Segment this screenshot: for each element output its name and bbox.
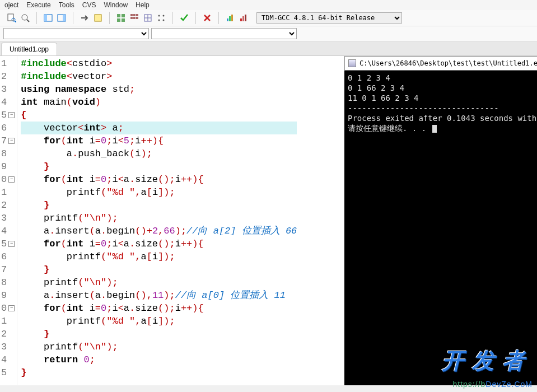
bookmark-icon[interactable] — [92, 12, 104, 24]
code-line[interactable]: printf("\n"); — [21, 276, 297, 289]
tab-bar: Untitled1.cpp — [0, 41, 537, 56]
code-editor[interactable]: 12345−67−890−12345−67890−12345 #include<… — [0, 56, 344, 385]
fold-toggle-icon[interactable]: − — [8, 305, 15, 311]
compiler-select[interactable]: TDM-GCC 4.8.1 64-bit Release — [256, 12, 402, 24]
svg-rect-19 — [136, 17, 138, 19]
fold-toggle-icon[interactable]: − — [8, 112, 15, 118]
code-line[interactable]: } — [21, 160, 297, 173]
grid-4-icon[interactable] — [142, 12, 154, 24]
svg-rect-6 — [44, 15, 47, 21]
tab-untitled1[interactable]: Untitled1.cpp — [1, 43, 57, 55]
code-line[interactable]: printf("\n"); — [21, 212, 297, 225]
svg-rect-29 — [231, 15, 233, 21]
svg-point-24 — [163, 15, 165, 17]
output-console: C:\Users\26846\Desktop\test\test\Untitle… — [344, 56, 537, 385]
menubar: oject Execute Tools CVS Window Help — [0, 0, 537, 10]
workspace: 12345−67−890−12345−67890−12345 #include<… — [0, 56, 537, 385]
svg-rect-28 — [229, 16, 231, 21]
console-body[interactable]: 0 1 2 3 40 1 66 2 3 411 0 1 66 2 3 4----… — [344, 71, 537, 136]
svg-rect-13 — [122, 18, 125, 22]
code-line[interactable]: for(int i=0;i<a.size();i++){ — [21, 302, 297, 315]
code-line[interactable]: for(int i=0;i<a.size();i++){ — [21, 237, 297, 250]
grid-3x3-icon[interactable] — [128, 12, 141, 24]
svg-point-26 — [163, 20, 165, 21]
code-line[interactable]: { — [21, 109, 297, 122]
code-line[interactable]: printf("\n"); — [21, 340, 297, 353]
svg-rect-11 — [122, 14, 125, 17]
goto-icon[interactable] — [78, 12, 91, 24]
cross-icon[interactable] — [201, 12, 213, 24]
code-area[interactable]: #include<cstdio>#include<vector>using na… — [17, 56, 300, 385]
panel-left-icon[interactable] — [42, 12, 54, 24]
svg-rect-16 — [136, 14, 138, 16]
menu-tools[interactable]: Tools — [59, 1, 74, 9]
code-line[interactable]: vector<int> a; — [21, 122, 297, 134]
grid-dots-icon[interactable] — [155, 12, 167, 24]
fold-toggle-icon[interactable]: − — [8, 176, 15, 183]
code-line[interactable]: #include<cstdio> — [21, 57, 297, 70]
chart-red-icon[interactable] — [237, 12, 250, 24]
menu-project[interactable]: oject — [4, 1, 18, 9]
cursor-icon — [432, 125, 437, 133]
svg-rect-17 — [130, 17, 133, 19]
svg-rect-31 — [242, 16, 244, 21]
svg-rect-30 — [240, 18, 242, 21]
zoom-icon[interactable] — [19, 12, 31, 24]
code-line[interactable]: printf("%d ",a[i]); — [21, 250, 297, 263]
svg-line-2 — [15, 21, 16, 22]
console-line: 0 1 66 2 3 4 — [348, 83, 537, 93]
fold-toggle-icon[interactable]: − — [8, 138, 15, 144]
console-title-text: C:\Users\26846\Desktop\test\test\Untitle… — [359, 58, 537, 68]
svg-rect-14 — [130, 14, 133, 16]
svg-rect-8 — [63, 15, 66, 21]
file-search-icon[interactable] — [6, 12, 18, 24]
code-line[interactable]: printf("%d ",a[i]); — [21, 186, 297, 199]
code-line[interactable]: } — [21, 328, 297, 340]
class-select[interactable] — [3, 28, 149, 39]
console-titlebar[interactable]: C:\Users\26846\Desktop\test\test\Untitle… — [344, 56, 537, 71]
code-line[interactable]: } — [21, 199, 297, 212]
svg-rect-32 — [245, 15, 246, 21]
code-line[interactable]: int main(void) — [21, 96, 297, 109]
menu-execute[interactable]: Execute — [26, 1, 50, 9]
console-line: -------------------------------- — [348, 103, 537, 113]
code-line[interactable]: for(int i=0;i<a.size();i++){ — [21, 173, 297, 186]
svg-point-25 — [158, 20, 160, 21]
svg-point-3 — [22, 15, 27, 20]
svg-rect-12 — [117, 18, 120, 22]
menu-help[interactable]: Help — [136, 1, 150, 9]
chart-icon[interactable] — [224, 12, 236, 24]
code-line[interactable]: } — [21, 263, 297, 276]
code-line[interactable]: using namespace std; — [21, 83, 297, 96]
grid-2x2-icon[interactable] — [115, 12, 127, 24]
code-line[interactable]: printf("%d ",a[i]); — [21, 315, 297, 328]
member-select[interactable] — [151, 28, 297, 39]
svg-rect-27 — [227, 18, 228, 21]
console-line: 11 0 1 66 2 3 4 — [348, 93, 537, 103]
code-line[interactable]: a.insert(a.begin(),11);//向 a[0] 位置插入 11 — [21, 289, 297, 302]
fold-toggle-icon[interactable]: − — [8, 241, 15, 247]
menu-window[interactable]: Window — [104, 1, 128, 9]
console-app-icon — [348, 59, 356, 67]
svg-rect-10 — [117, 14, 120, 17]
menu-cvs[interactable]: CVS — [82, 1, 96, 9]
svg-rect-18 — [133, 17, 136, 19]
secondary-toolbar — [0, 26, 537, 41]
code-line[interactable]: a.push_back(i); — [21, 147, 297, 160]
svg-point-23 — [158, 15, 160, 17]
svg-rect-15 — [133, 14, 136, 16]
code-line[interactable]: for(int i=0;i<5;i++){ — [21, 134, 297, 147]
svg-rect-0 — [8, 14, 13, 21]
svg-line-4 — [27, 20, 29, 22]
panel-right-icon[interactable] — [55, 12, 68, 24]
svg-rect-9 — [95, 15, 101, 21]
console-line: 0 1 2 3 4 — [348, 73, 537, 83]
console-line: 请按任意键继续. . . — [348, 123, 537, 133]
code-line[interactable]: a.insert(a.begin()+2,66);//向 a[2] 位置插入 6… — [21, 225, 297, 237]
line-gutter: 12345−67−890−12345−67890−12345 — [0, 56, 17, 385]
check-icon[interactable] — [178, 12, 190, 24]
code-line[interactable]: return 0; — [21, 353, 297, 366]
toolbar: TDM-GCC 4.8.1 64-bit Release — [0, 10, 537, 26]
code-line[interactable]: #include<vector> — [21, 70, 297, 83]
code-line[interactable]: } — [21, 366, 297, 379]
